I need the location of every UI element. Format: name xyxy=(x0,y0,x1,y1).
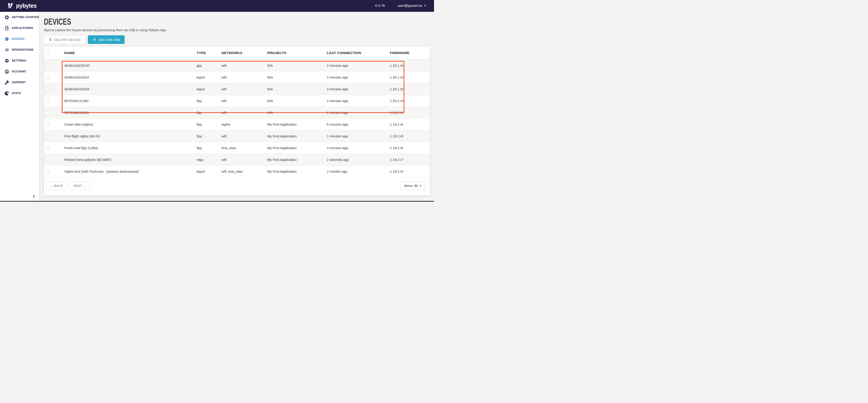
delete-device-button[interactable]: DELETE DEVICE xyxy=(44,35,85,44)
table-row[interactable]: Reboot [new pybytes lib] (WiFi) wipy wif… xyxy=(44,154,430,165)
sidebar-item-integrations[interactable]: INTEGRATIONS xyxy=(0,44,39,55)
device-type: lopy4 xyxy=(197,165,221,177)
column-header-networks: NETWORKS xyxy=(221,46,267,60)
device-networks: lora_otaa xyxy=(221,142,267,154)
device-last-connection: 2 minutes ago xyxy=(327,60,390,71)
row-checkbox[interactable] xyxy=(46,75,49,79)
device-type: lopy4 xyxy=(197,71,221,83)
row-checkbox[interactable] xyxy=(46,134,49,138)
sidebar-item-applications[interactable]: APPLICATIONS xyxy=(0,23,39,33)
table-row[interactable]: 30AEA42D32D8 lopy4 wifi N/A 3 minutes ag… xyxy=(44,83,430,95)
sidebar-item-devices[interactable]: DEVICES xyxy=(0,33,39,44)
sidebar-item-account[interactable]: ACCOUNT xyxy=(0,66,39,77)
main-content: DEVICES Start to explore the Pycom devic… xyxy=(39,12,434,202)
row-checkbox[interactable] xyxy=(46,99,49,103)
sidebar-item-stats[interactable]: STATS xyxy=(0,88,39,99)
sidebar-item-getting-started[interactable]: GETTING STARTED xyxy=(0,12,39,23)
device-projects: My First Application xyxy=(267,154,327,165)
table-row[interactable]: 807D3AC31340 fipy wifi N/A 2 minutes ago… xyxy=(44,95,430,106)
device-firmware: 1.20.1.r0 xyxy=(390,60,430,71)
table-row[interactable]: Sigfox-test (with Pysense) - [pastoor pe… xyxy=(44,165,430,177)
device-firmware: 1.18.2.r6 xyxy=(390,118,430,130)
column-header-last-connection: LAST CONNECTION xyxy=(327,46,390,60)
sidebar-collapse-button[interactable] xyxy=(32,194,36,199)
row-checkbox[interactable] xyxy=(46,158,49,161)
back-button[interactable]: ← BACK xyxy=(46,182,67,190)
devices-table: NAME TYPE NETWORKS PROJECTS LAST CONNECT… xyxy=(44,46,430,177)
device-name: 30AEA42CEC4C xyxy=(64,60,197,71)
device-firmware: 1.18.2.r6 xyxy=(390,142,430,154)
user-menu[interactable]: user@pycom.io ▼ xyxy=(398,4,426,8)
device-firmware: 1.20.1.r0 xyxy=(390,71,430,83)
table-row[interactable]: First flight sigfox (Wi-Fi) fipy wifi My… xyxy=(44,130,430,142)
badge-icon xyxy=(4,15,9,20)
table-row[interactable]: 807D3AC322A8 fipy wifi N/A 2 minutes ago… xyxy=(44,106,430,118)
sidebar-item-label: SETTINGS xyxy=(12,59,26,62)
device-name: First flight sigfox (Wi-Fi) xyxy=(64,130,197,142)
add-via-usb-button[interactable]: ADD VIA USB xyxy=(88,35,124,44)
pagination: ← BACK NEXT → Items: 30 ▼ xyxy=(46,182,425,190)
device-firmware: 1.18.2.r6 xyxy=(390,165,430,177)
pie-chart-icon xyxy=(4,91,9,96)
device-name: Crater-lake (sigfox) xyxy=(64,118,197,130)
device-last-connection: 2 months ago xyxy=(327,165,390,177)
sidebar-item-settings[interactable]: SETTINGS xyxy=(0,55,39,66)
usb-icon xyxy=(93,37,96,42)
device-last-connection: 3 minutes ago xyxy=(327,142,390,154)
device-networks: wifi xyxy=(221,71,267,83)
sidebar-item-support[interactable]: SUPPORT xyxy=(0,77,39,88)
column-header-projects: PROJECTS xyxy=(267,46,327,60)
brand-logo[interactable]: pybytes xyxy=(8,2,37,9)
user-icon xyxy=(4,69,9,74)
row-checkbox[interactable] xyxy=(46,87,49,91)
row-checkbox[interactable] xyxy=(46,64,49,67)
device-projects: My First Application xyxy=(267,165,327,177)
device-firmware: 1.18.2.r7 xyxy=(390,154,430,165)
device-type: gpy xyxy=(197,60,221,71)
table-row[interactable]: Fresh-new-fipy (LoRa) fipy lora_otaa My … xyxy=(44,142,430,154)
device-name: 807D3AC322A8 xyxy=(64,106,197,118)
items-per-page-dropdown[interactable]: Items: 30 ▼ xyxy=(401,182,425,190)
table-row[interactable]: 30AEA42D32A4 lopy4 wifi N/A 3 minutes ag… xyxy=(44,71,430,83)
device-table-body: 30AEA42CEC4C gpy wifi N/A 2 minutes ago … xyxy=(44,60,430,177)
device-projects: My First Application xyxy=(267,130,327,142)
device-firmware: 1.18.2.r6 xyxy=(390,130,430,142)
sidebar-item-label: APPLICATIONS xyxy=(12,27,33,30)
row-checkbox[interactable] xyxy=(46,111,49,115)
device-networks: wifi xyxy=(221,106,267,118)
sidebar-item-label: GETTING STARTED xyxy=(12,16,39,19)
topbar: pybytes € 0.76 user@pycom.io ▼ xyxy=(0,0,434,12)
device-last-connection: 3 minutes ago xyxy=(327,83,390,95)
table-row[interactable]: Crater-lake (sigfox) fipy sigfox My Firs… xyxy=(44,118,430,130)
device-firmware: 1.20.1.r0 xyxy=(390,106,430,118)
sidebar-item-label: STATS xyxy=(12,92,21,95)
device-type: lopy4 xyxy=(197,83,221,95)
device-projects: N/A xyxy=(267,71,327,83)
sidebar-item-label: ACCOUNT xyxy=(12,70,26,73)
device-type: fipy xyxy=(197,130,221,142)
device-name: 807D3AC31340 xyxy=(64,95,197,106)
device-firmware: 1.20.1.r0 xyxy=(390,83,430,95)
trash-icon xyxy=(49,38,52,42)
device-projects: N/A xyxy=(267,106,327,118)
next-button[interactable]: NEXT → xyxy=(69,182,91,190)
brand-name: pybytes xyxy=(16,2,37,9)
device-networks: wifi xyxy=(221,83,267,95)
row-checkbox[interactable] xyxy=(46,146,49,150)
device-name: Fresh-new-fipy (LoRa) xyxy=(64,142,197,154)
sidebar-item-label: DEVICES xyxy=(12,37,25,40)
balance[interactable]: € 0.76 xyxy=(375,4,385,8)
row-checkbox[interactable] xyxy=(46,170,49,173)
gear-icon xyxy=(4,58,9,63)
user-email: user@pycom.io xyxy=(398,4,422,8)
device-name: 30AEA42D32D8 xyxy=(64,83,197,95)
select-all-checkbox[interactable] xyxy=(46,51,49,55)
chip-icon xyxy=(4,37,9,41)
table-row[interactable]: 30AEA42CEC4C gpy wifi N/A 2 minutes ago … xyxy=(44,60,430,71)
pybytes-logo-icon xyxy=(8,3,14,9)
page-description: Start to explore the Pycom devices by pr… xyxy=(44,28,430,32)
device-name: Reboot [new pybytes lib] (WiFi) xyxy=(64,154,197,165)
chevron-down-icon: ▼ xyxy=(424,4,426,7)
row-checkbox[interactable] xyxy=(46,123,49,126)
sidebar-item-label: INTEGRATIONS xyxy=(12,48,33,51)
